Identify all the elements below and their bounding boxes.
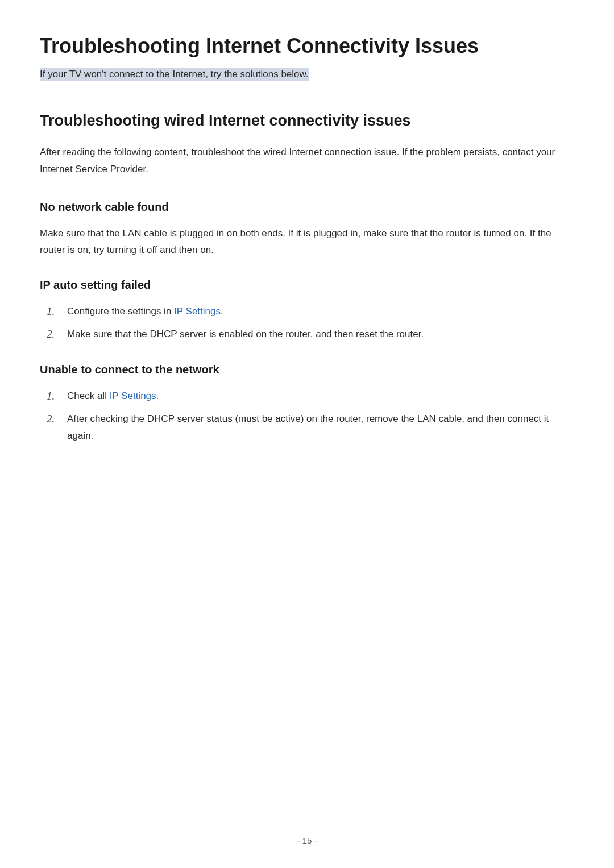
section-heading: Troubleshooting wired Internet connectiv… [40, 112, 574, 130]
ip-settings-link[interactable]: IP Settings [110, 391, 156, 401]
list-item: 2. Make sure that the DHCP server is ena… [40, 326, 574, 343]
list-marker: 1. [47, 388, 60, 405]
list-text: Make sure that the DHCP server is enable… [67, 326, 424, 343]
section-intro: After reading the following content, tro… [40, 144, 574, 178]
text-prefix: Configure the settings in [67, 306, 174, 317]
page-title: Troubleshooting Internet Connectivity Is… [40, 34, 574, 58]
list-ip-auto: 1. Configure the settings in IP Settings… [40, 303, 574, 343]
subsection-heading-unable-connect: Unable to connect to the network [40, 363, 574, 376]
text-suffix: . [221, 306, 223, 317]
list-text: Check all IP Settings. [67, 388, 159, 405]
list-item: 1. Check all IP Settings. [40, 388, 574, 405]
list-text: After checking the DHCP server status (m… [67, 410, 574, 445]
page-number: - 15 - [0, 836, 614, 845]
list-item: 1. Configure the settings in IP Settings… [40, 303, 574, 320]
ip-settings-link[interactable]: IP Settings [174, 306, 221, 317]
list-marker: 1. [47, 303, 60, 320]
list-text: Configure the settings in IP Settings. [67, 303, 223, 320]
text-suffix: . [156, 391, 159, 401]
page-subtitle: If your TV won't connect to the Internet… [40, 68, 309, 81]
subsection-body-no-cable: Make sure that the LAN cable is plugged … [40, 225, 574, 259]
list-unable-connect: 1. Check all IP Settings. 2. After check… [40, 388, 574, 445]
subsection-heading-no-cable: No network cable found [40, 201, 574, 214]
text-prefix: Check all [67, 391, 110, 401]
list-marker: 2. [47, 410, 60, 427]
list-item: 2. After checking the DHCP server status… [40, 410, 574, 445]
subsection-heading-ip-auto: IP auto setting failed [40, 279, 574, 292]
list-marker: 2. [47, 326, 60, 343]
